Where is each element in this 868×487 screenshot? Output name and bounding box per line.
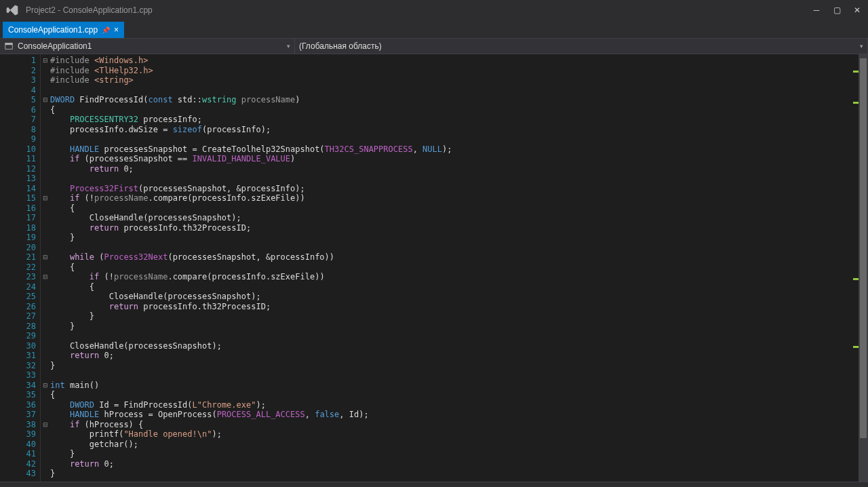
line-number-gutter: 1234567891011121314151617181920212223242…: [0, 54, 41, 482]
tab-label: ConsoleApplication1.cpp: [8, 25, 98, 35]
fold-column[interactable]: ⊟⊟⊟⊟⊟⊟⊟: [41, 54, 50, 482]
maximize-button[interactable]: ▢: [831, 5, 842, 15]
visual-studio-icon: [5, 3, 19, 17]
title-bar: Project2 - ConsoleApplication1.cpp ─ ▢ ✕: [0, 0, 868, 20]
vertical-scrollbar[interactable]: [859, 54, 868, 482]
chevron-down-icon: ▾: [287, 43, 290, 50]
code-editor[interactable]: 1234567891011121314151617181920212223242…: [0, 54, 868, 482]
pin-icon[interactable]: 📌: [102, 26, 110, 34]
scope-selector-global[interactable]: (Глобальная область) ▾: [295, 39, 868, 54]
svg-rect-1: [5, 43, 13, 45]
code-area[interactable]: #include <Windows.h>#include <TlHelp32.h…: [50, 54, 853, 482]
window-controls: ─ ▢ ✕: [811, 5, 863, 15]
document-tab-bar: ConsoleApplication1.cpp 📌 ×: [0, 20, 868, 38]
tab-close-icon[interactable]: ×: [114, 25, 119, 35]
status-bar: 91 % ▾ ▾: [0, 482, 868, 487]
project-icon: [4, 41, 14, 51]
chevron-down-icon: ▾: [860, 43, 863, 50]
minimize-button[interactable]: ─: [811, 5, 822, 15]
overview-ruler[interactable]: [853, 54, 859, 482]
scope-selector-project[interactable]: ConsoleApplication1 ▾: [0, 39, 295, 54]
scope-global-label: (Глобальная область): [299, 41, 382, 51]
navigation-bar: ConsoleApplication1 ▾ (Глобальная област…: [0, 38, 868, 54]
scope-project-label: ConsoleApplication1: [18, 41, 92, 51]
document-tab[interactable]: ConsoleApplication1.cpp 📌 ×: [3, 22, 124, 38]
close-button[interactable]: ✕: [852, 5, 863, 15]
window-title: Project2 - ConsoleApplication1.cpp: [26, 5, 153, 15]
